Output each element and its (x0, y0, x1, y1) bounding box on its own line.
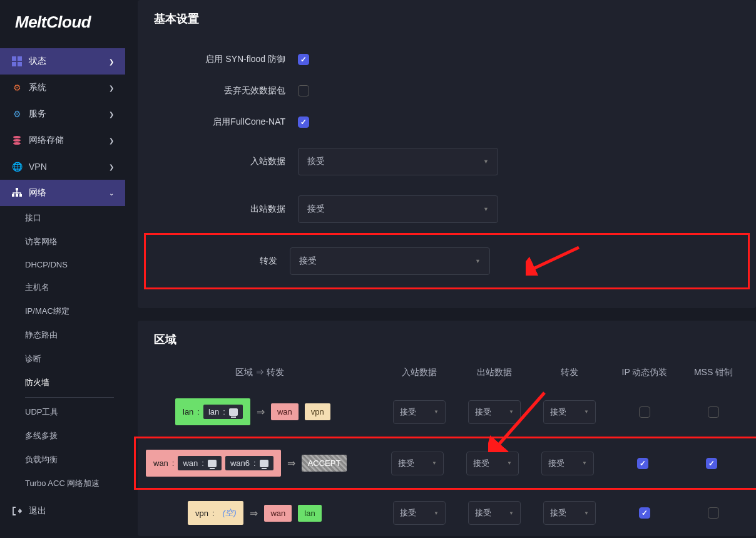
col-out: 出站数据 (457, 367, 532, 378)
select-value: 接受 (307, 156, 325, 167)
zone-flow-cell: wan: wan: wan6: ⇒ ACCEPT (136, 450, 380, 477)
nav-services[interactable]: ⚙ 服务 ❯ (0, 101, 125, 127)
label-drop: 丢弃无效数据包 (154, 85, 298, 96)
chevron-right-icon: ❯ (109, 58, 114, 65)
subnav-ipmac[interactable]: IP/MAC绑定 (0, 299, 125, 323)
subnav-firewall[interactable]: 防火墙 (0, 371, 125, 395)
subnav-loadbalance[interactable]: 负载均衡 (0, 448, 125, 472)
subnav-dhcp[interactable]: DHCP/DNS (0, 254, 125, 276)
caret-down-icon: ▼ (432, 460, 437, 466)
subnav-mwan[interactable]: 多线多拨 (0, 424, 125, 448)
iface-badge: wan6: (225, 456, 273, 470)
nav-vpn[interactable]: 🌐 VPN ❯ (0, 153, 125, 180)
basic-settings-panel: 基本设置 启用 SYN-flood 防御 丢弃无效数据包 启用FullCone-… (138, 0, 756, 308)
select-wan-fwd[interactable]: 接受▼ (541, 452, 594, 475)
zone-badge-lan: lan: lan: (175, 398, 250, 425)
checkbox-drop[interactable] (298, 85, 309, 96)
checkbox-vpn-mss[interactable] (708, 507, 719, 519)
svg-rect-2 (12, 62, 16, 66)
svg-rect-1 (18, 56, 22, 61)
caret-down-icon: ▼ (582, 460, 587, 466)
target-badge-wan: wan (271, 403, 299, 420)
checkbox-fullcone[interactable] (298, 116, 309, 128)
select-vpn-out[interactable]: 接受▼ (468, 501, 521, 525)
select-lan-in[interactable]: 接受▼ (393, 400, 446, 424)
row-drop-invalid: 丢弃无效数据包 (154, 75, 740, 106)
label-fullcone: 启用FullCone-NAT (154, 116, 298, 128)
select-value: 接受 (299, 256, 317, 267)
nav-label: 网络存储 (29, 135, 109, 146)
subnav-interfaces[interactable]: 接口 (0, 206, 125, 230)
select-wan-in[interactable]: 接受▼ (391, 452, 444, 475)
nav-storage[interactable]: 网络存储 ❯ (0, 127, 125, 153)
nav-system[interactable]: ⚙ 系统 ❯ (0, 75, 125, 101)
nav-label: VPN (29, 162, 109, 172)
brand-logo: MeltCloud (0, 0, 125, 48)
col-masq: IP 动态伪装 (607, 367, 682, 378)
row-forward: 转发 接受 ▼ (156, 241, 738, 281)
sidebar: MeltCloud 状态 ❯ ⚙ 系统 ❯ ⚙ 服务 ❯ 网络存储 ❯ 🌐 VP… (0, 0, 125, 538)
svg-point-5 (13, 139, 21, 142)
select-wan-out[interactable]: 接受▼ (466, 452, 519, 475)
highlight-forward: 转发 接受 ▼ (144, 233, 750, 289)
globe-icon: 🌐 (11, 161, 23, 172)
select-outbound[interactable]: 接受 ▼ (298, 195, 498, 223)
subnav-turboacc[interactable]: Turbo ACC 网络加速 (0, 472, 125, 495)
database-icon (11, 135, 23, 146)
subnav-guest[interactable]: 访客网络 (0, 230, 125, 254)
nav-network[interactable]: 网络 ⌄ (0, 180, 125, 206)
select-inbound[interactable]: 接受 ▼ (298, 148, 498, 175)
arrow-icon: ⇒ (287, 457, 295, 469)
select-forward[interactable]: 接受 ▼ (290, 247, 490, 275)
nav-logout[interactable]: 退出 (0, 498, 125, 524)
nav-status[interactable]: 状态 ❯ (0, 48, 125, 75)
checkbox-lan-mss[interactable] (708, 406, 719, 418)
select-vpn-fwd[interactable]: 接受▼ (543, 501, 596, 525)
select-lan-out[interactable]: 接受▼ (468, 400, 521, 424)
subnav-diagnostics[interactable]: 诊断 (0, 347, 125, 371)
svg-rect-8 (12, 194, 14, 197)
checkbox-vpn-masq[interactable] (639, 507, 650, 519)
zones-panel: 区域 区域 ⇒ 转发 入站数据 出站数据 转发 IP 动态伪装 MSS 钳制 l… (138, 321, 756, 536)
svg-rect-9 (16, 194, 18, 197)
caret-down-icon: ▼ (483, 158, 489, 165)
caret-down-icon: ▼ (509, 409, 514, 415)
svg-point-6 (13, 142, 21, 145)
iface-badge: wan: (178, 456, 221, 470)
target-badge-wan: wan (264, 505, 292, 522)
target-badge-vpn: vpn (305, 403, 330, 420)
panel-title: 区域 (138, 321, 756, 358)
select-lan-fwd[interactable]: 接受▼ (543, 400, 596, 424)
chevron-right-icon: ❯ (109, 85, 114, 91)
gear-icon: ⚙ (11, 82, 23, 93)
caret-down-icon: ▼ (584, 510, 589, 516)
svg-point-4 (13, 136, 21, 138)
select-vpn-in[interactable]: 接受▼ (393, 501, 446, 525)
zone-table-header: 区域 ⇒ 转发 入站数据 出站数据 转发 IP 动态伪装 MSS 钳制 (138, 358, 756, 387)
checkbox-wan-mss[interactable] (706, 458, 717, 469)
checkbox-lan-masq[interactable] (639, 406, 650, 418)
grid-icon (11, 56, 23, 67)
checkbox-syn[interactable] (298, 54, 309, 65)
network-icon (11, 187, 23, 199)
subnav-static-routes[interactable]: 静态路由 (0, 323, 125, 347)
main-content: 基本设置 启用 SYN-flood 防御 丢弃无效数据包 启用FullCone-… (125, 0, 756, 538)
empty-iface: (空) (223, 507, 237, 519)
subnav-hostnames[interactable]: 主机名 (0, 276, 125, 299)
nav-label: 服务 (29, 108, 109, 120)
caret-down-icon: ▼ (434, 510, 439, 516)
zone-badge-wan: wan: wan: wan6: (146, 450, 281, 477)
zone-flow-cell: vpn: (空) ⇒ wan lan (138, 501, 382, 525)
target-badge-lan: lan (298, 505, 321, 522)
nav-label: 状态 (29, 56, 109, 67)
iface-badge: lan: (203, 405, 243, 419)
svg-rect-3 (18, 62, 22, 66)
interface-icon (260, 460, 268, 467)
checkbox-wan-masq[interactable] (637, 458, 648, 469)
row-inbound: 入站数据 接受 ▼ (154, 138, 740, 185)
interface-icon (229, 408, 238, 416)
chevron-right-icon: ❯ (109, 137, 114, 144)
target-badge-accept: ACCEPT (302, 455, 347, 472)
subnav-udp[interactable]: UDP工具 (0, 400, 125, 424)
svg-rect-10 (19, 194, 22, 197)
